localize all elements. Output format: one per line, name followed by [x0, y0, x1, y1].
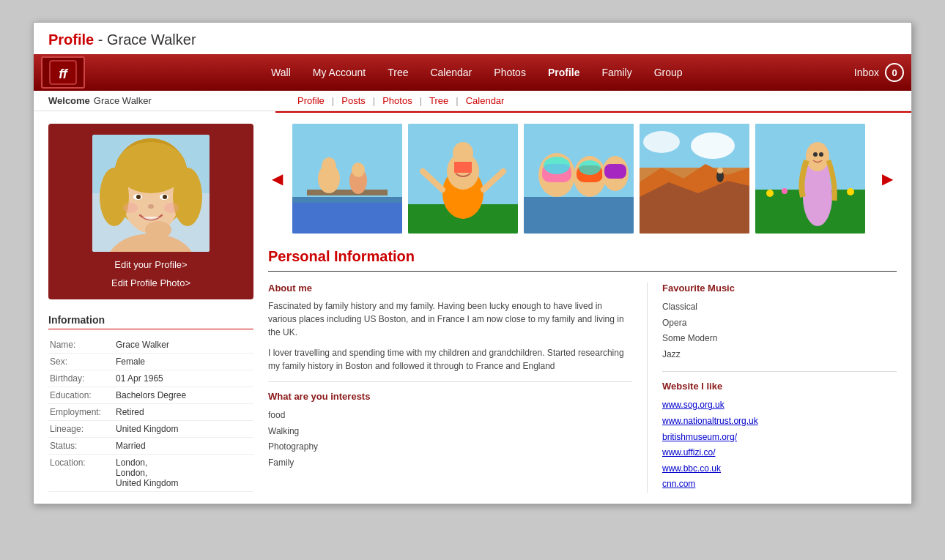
svg-point-13: [136, 195, 141, 199]
svg-point-33: [453, 142, 473, 164]
content-area: Edit your Profile> Edit Profile Photo> I…: [34, 113, 911, 504]
sub-nav: Profile | Posts | Photos | Tree | Calend…: [275, 91, 911, 111]
website-britishmuseum[interactable]: britishmuseum.org/: [662, 430, 897, 446]
field-value-location: London, London, United Kingdom: [114, 455, 253, 492]
nav-links: Wall My Account Tree Calendar Photos Pro…: [100, 67, 854, 78]
field-value-education: Bachelors Degree: [114, 387, 253, 404]
interests-list: food Walking Photography Family: [268, 408, 632, 471]
music-classical: Classical: [662, 299, 897, 316]
nav-inbox[interactable]: Inbox 0: [854, 63, 904, 82]
welcome-name: Grace Walker: [94, 95, 152, 106]
carousel-photo-5[interactable]: [755, 124, 865, 234]
carousel-photo-4[interactable]: [640, 124, 749, 234]
page-title: Profile - Grace Walker: [34, 23, 911, 54]
websites-list: www.sog.org.uk www.nationaltrust.org.uk …: [662, 397, 897, 493]
music-title: Favourite Music: [662, 283, 897, 294]
table-row: Sex: Female: [48, 354, 253, 370]
interest-food: food: [268, 408, 632, 424]
about-divider: [268, 381, 632, 382]
nav-group[interactable]: Group: [654, 67, 683, 78]
svg-point-47: [643, 131, 680, 153]
field-value-name: Grace Walker: [114, 337, 253, 354]
svg-point-18: [145, 221, 171, 239]
sub-nav-posts[interactable]: Posts: [334, 95, 373, 106]
svg-point-25: [352, 163, 365, 177]
carousel-photo-1[interactable]: [292, 124, 402, 234]
website-nationaltrust[interactable]: www.nationaltrust.org.uk: [662, 414, 897, 430]
field-label-location: Location:: [48, 455, 114, 492]
about-me-text2: I lover travelling and spending time wit…: [268, 346, 632, 373]
personal-info-title: Personal Information: [268, 248, 897, 272]
field-label-employment: Employment:: [48, 404, 114, 421]
nav-my-account[interactable]: My Account: [313, 67, 366, 78]
svg-point-16: [123, 203, 138, 213]
svg-point-59: [806, 142, 829, 171]
svg-rect-36: [524, 197, 634, 234]
info-section: Information Name: Grace Walker Sex: Fema…: [48, 314, 253, 492]
sub-nav-tree[interactable]: Tree: [422, 95, 456, 106]
interest-walking: Walking: [268, 424, 632, 440]
svg-rect-34: [454, 162, 472, 173]
interest-family: Family: [268, 455, 632, 471]
title-name: Grace Walker: [107, 31, 196, 48]
carousel-next[interactable]: ▶: [878, 166, 897, 191]
svg-point-54: [766, 190, 774, 197]
carousel-photo-3[interactable]: [524, 124, 634, 234]
photo-2-image: [408, 124, 518, 234]
website-uffizi[interactable]: www.uffizi.co/: [662, 445, 897, 461]
svg-point-48: [691, 132, 735, 159]
profile-photo-svg: [92, 135, 210, 252]
websites-title: Website I like: [662, 381, 897, 392]
svg-rect-26: [292, 203, 402, 234]
svg-point-14: [163, 195, 167, 199]
nav-photos[interactable]: Photos: [494, 67, 526, 78]
sub-nav-photos[interactable]: Photos: [375, 95, 419, 106]
table-row: Lineage: United Kingdom: [48, 421, 253, 438]
edit-profile-link[interactable]: Edit your Profile>: [114, 259, 187, 270]
table-row: Education: Bachelors Degree: [48, 387, 253, 404]
nav-profile[interactable]: Profile: [548, 67, 580, 78]
nav-bar: ff Wall My Account Tree Calendar Photos …: [34, 54, 911, 91]
nav-tree[interactable]: Tree: [388, 67, 408, 78]
svg-text:ff: ff: [59, 67, 69, 81]
interests-title: What are you interests: [268, 391, 632, 402]
inbox-count: 0: [892, 67, 897, 78]
inbox-badge: 0: [885, 63, 904, 82]
svg-point-60: [813, 152, 818, 157]
photo-3-image: [524, 124, 634, 234]
table-row: Birthday: 01 Apr 1965: [48, 370, 253, 387]
welcome-bar: Welcome Grace Walker: [34, 91, 275, 111]
field-label-status: Status:: [48, 438, 114, 455]
field-value-lineage: United Kingdom: [114, 421, 253, 438]
nav-family[interactable]: Family: [601, 67, 631, 78]
table-row: Status: Married: [48, 438, 253, 455]
website-sog[interactable]: www.sog.org.uk: [662, 397, 897, 414]
nav-wall[interactable]: Wall: [271, 67, 291, 78]
field-label-birthday: Birthday:: [48, 370, 114, 387]
music-divider: [662, 371, 897, 372]
website-bbc[interactable]: www.bbc.co.uk: [662, 461, 897, 477]
sub-nav-profile[interactable]: Profile: [290, 95, 332, 106]
edit-photo-link[interactable]: Edit Profile Photo>: [111, 277, 190, 288]
table-row: Employment: Retired: [48, 404, 253, 421]
field-label-education: Education:: [48, 387, 114, 404]
field-value-sex: Female: [114, 354, 253, 370]
svg-point-56: [847, 188, 854, 195]
website-cnn[interactable]: cnn.com: [662, 477, 897, 493]
title-separator: -: [98, 31, 107, 48]
music-opera: Opera: [662, 316, 897, 332]
svg-point-42: [579, 160, 601, 175]
field-value-birthday: 01 Apr 1965: [114, 370, 253, 387]
photo-5-image: [755, 124, 865, 234]
about-me-title: About me: [268, 283, 632, 294]
title-profile-word: Profile: [48, 31, 94, 48]
field-label-name: Name:: [48, 337, 114, 354]
field-value-status: Married: [114, 438, 253, 455]
carousel-photo-2[interactable]: [408, 124, 518, 234]
welcome-label: Welcome: [48, 95, 90, 106]
sub-nav-calendar[interactable]: Calendar: [459, 95, 512, 106]
carousel-prev[interactable]: ◀: [268, 166, 286, 191]
logo-icon: ff: [48, 59, 78, 86]
info-col-left: About me Fascinated by family history an…: [268, 283, 648, 493]
nav-calendar[interactable]: Calendar: [430, 67, 472, 78]
